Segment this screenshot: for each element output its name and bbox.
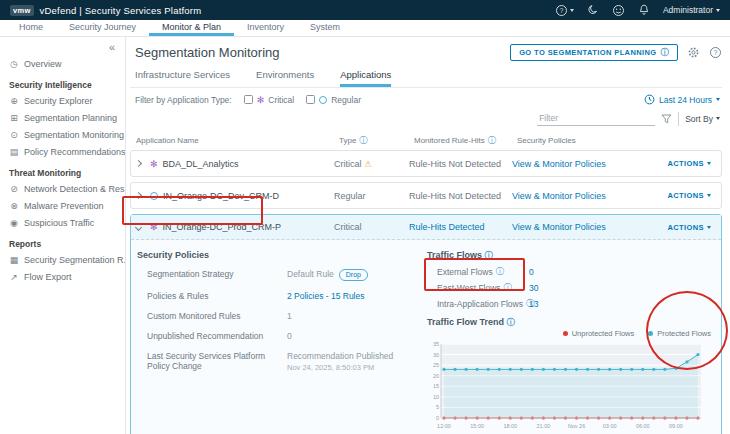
detail-value: Default Rule <box>287 269 334 279</box>
sidebar-item-label: Policy Recommendations <box>24 147 125 157</box>
vdefend-app: vmw vDefend | Security Services Platform… <box>0 0 730 434</box>
info-icon[interactable]: ⓘ <box>485 251 493 260</box>
filter-input[interactable] <box>537 111 655 126</box>
suspicious-traffic-icon: ◉ <box>9 218 19 228</box>
go-to-segmentation-planning-button[interactable]: GO TO SEGMENTATION PLANNING ⓘ <box>510 44 678 61</box>
critical-app-icon: ✻ <box>150 159 158 169</box>
policy-change-timestamp: Nov 24, 2025, 8:50:03 PM <box>287 363 427 372</box>
page-title: Segmentation Monitoring <box>135 45 280 60</box>
theme-moon-icon[interactable] <box>587 4 599 16</box>
tab-environments[interactable]: Environments <box>256 65 314 87</box>
svg-text:?: ? <box>559 7 563 14</box>
view-monitor-policies-link[interactable]: View & Monitor Policies <box>512 222 657 232</box>
help-icon[interactable]: ? <box>709 46 722 59</box>
security-policies-title: Security Policies <box>137 250 427 260</box>
time-range-caret-icon <box>716 98 720 101</box>
security-report-icon: ▦ <box>9 255 19 265</box>
view-monitor-policies-link[interactable]: View & Monitor Policies <box>512 159 657 169</box>
legend-item: Unprotected Flows <box>563 329 635 338</box>
user-caret-icon <box>716 9 720 12</box>
sidebar-item-malware-prevention[interactable]: ⊗ Malware Prevention <box>0 197 125 214</box>
sort-by-dropdown[interactable]: Sort By <box>685 114 720 124</box>
sidebar-item-network-detection[interactable]: ⊘ Network Detection & Res... <box>0 180 125 197</box>
traffic-flows-title: Traffic Flows <box>427 250 482 260</box>
detail-value: 0 <box>287 331 427 341</box>
type-value: Critical <box>334 159 362 169</box>
svg-text:21:00: 21:00 <box>537 423 551 429</box>
info-icon[interactable]: ⓘ <box>496 268 504 276</box>
rule-hits-value: Rule-Hits Not Detected <box>409 159 512 169</box>
tab-applications[interactable]: Applications <box>340 65 391 87</box>
network-detection-icon: ⊘ <box>9 184 19 194</box>
help-menu-icon[interactable]: ? <box>555 4 574 17</box>
critical-checkbox[interactable] <box>244 95 253 104</box>
traffic-flow-trend-title: Traffic Flow Trend <box>427 317 504 327</box>
nav-tab-home[interactable]: Home <box>6 20 56 36</box>
time-range-selector[interactable]: Last 24 Hours <box>644 94 722 105</box>
security-explorer-icon: ⊕ <box>9 96 19 106</box>
application-name: IN_Orange-DC_Dev_CRM-D <box>163 191 279 201</box>
sidebar-item-flow-export[interactable]: ↗ Flow Export <box>0 268 125 285</box>
actions-dropdown[interactable]: ACTIONS <box>657 191 721 200</box>
sidebar-collapse-icon[interactable]: « <box>0 41 125 55</box>
svg-text:18:00: 18:00 <box>503 423 517 429</box>
critical-app-icon: ✻ <box>257 95 265 105</box>
sidebar-item-suspicious-traffic[interactable]: ◉ Suspicious Traffic <box>0 214 125 231</box>
filter-regular-option[interactable]: Regular <box>306 95 361 105</box>
info-icon[interactable]: ⓘ <box>359 137 367 145</box>
notifications-bell-icon[interactable] <box>638 4 650 16</box>
vmware-logo: vmw <box>10 5 34 16</box>
warning-icon: ⚠ <box>365 159 373 169</box>
col-monitored-rule-hits: Monitored Rule-Hitsⓘ <box>414 136 517 145</box>
external-flows-value: 0 <box>529 267 715 277</box>
type-value: Critical <box>334 222 409 232</box>
sidebar: « ◷ Overview Security Intelligence ⊕ Sec… <box>0 37 126 434</box>
filter-critical-option[interactable]: ✻ Critical <box>244 95 295 105</box>
collapse-chevron-icon[interactable] <box>135 223 142 230</box>
expand-chevron-icon[interactable] <box>135 160 142 167</box>
info-icon[interactable]: ⓘ <box>488 137 496 145</box>
info-icon[interactable]: ⓘ <box>507 318 515 327</box>
expand-chevron-icon[interactable] <box>135 192 142 199</box>
svg-text:20: 20 <box>433 373 439 379</box>
svg-text:0: 0 <box>436 415 439 421</box>
view-monitor-policies-link[interactable]: View & Monitor Policies <box>512 191 657 201</box>
sidebar-item-segmentation-monitoring[interactable]: ⊙ Segmentation Monitoring <box>0 126 125 143</box>
detail-value: 1 <box>287 311 427 321</box>
rule-hits-value: Rule-Hits Not Detected <box>409 191 512 201</box>
feedback-smiley-icon[interactable] <box>612 4 625 17</box>
sidebar-item-label: Overview <box>24 59 62 69</box>
detail-value: Recommendation Published <box>287 351 393 361</box>
traffic-label: East-West Flows <box>437 283 501 293</box>
sidebar-item-label: Malware Prevention <box>24 201 104 211</box>
filter-funnel-icon[interactable] <box>661 114 672 124</box>
nav-tab-inventory[interactable]: Inventory <box>234 20 297 36</box>
tab-infrastructure-services[interactable]: Infrastructure Services <box>135 65 230 87</box>
settings-gear-icon[interactable] <box>687 46 700 59</box>
actions-dropdown[interactable]: ACTIONS <box>657 159 721 168</box>
svg-text:5: 5 <box>436 404 439 410</box>
sidebar-item-overview[interactable]: ◷ Overview <box>0 55 125 72</box>
regular-checkbox[interactable] <box>306 95 315 104</box>
nav-tab-system[interactable]: System <box>297 20 353 36</box>
product-title: vDefend | Security Services Platform <box>40 5 202 16</box>
info-icon[interactable]: ⓘ <box>504 284 512 292</box>
sidebar-section-threat-monitoring: Threat Monitoring <box>0 160 125 180</box>
nav-tab-monitor-plan[interactable]: Monitor & Plan <box>149 20 234 36</box>
user-menu[interactable]: Administrator <box>663 5 720 15</box>
actions-dropdown[interactable]: ACTIONS <box>657 223 721 232</box>
sidebar-item-segmentation-planning[interactable]: ⊞ Segmentation Planning <box>0 109 125 126</box>
actions-caret-icon <box>707 162 711 165</box>
detail-label: Custom Monitored Rules <box>147 311 277 321</box>
secondary-tabs: Infrastructure Services Environments App… <box>130 65 722 88</box>
sort-by-caret-icon <box>716 117 720 120</box>
nav-tab-security-journey[interactable]: Security Journey <box>56 20 149 36</box>
sidebar-item-security-segmentation-report[interactable]: ▦ Security Segmentation R... <box>0 251 125 268</box>
svg-text:15: 15 <box>433 383 439 389</box>
sidebar-item-security-explorer[interactable]: ⊕ Security Explorer <box>0 92 125 109</box>
svg-text:Nov 26: Nov 26 <box>568 423 585 429</box>
security-policies-panel: Security Policies Segmentation Strategy … <box>137 244 427 434</box>
svg-text:09:00: 09:00 <box>669 423 683 429</box>
sidebar-item-policy-recommendations[interactable]: ▤ Policy Recommendations <box>0 143 125 160</box>
policies-rules-link[interactable]: 2 Policies - 15 Rules <box>287 291 364 301</box>
